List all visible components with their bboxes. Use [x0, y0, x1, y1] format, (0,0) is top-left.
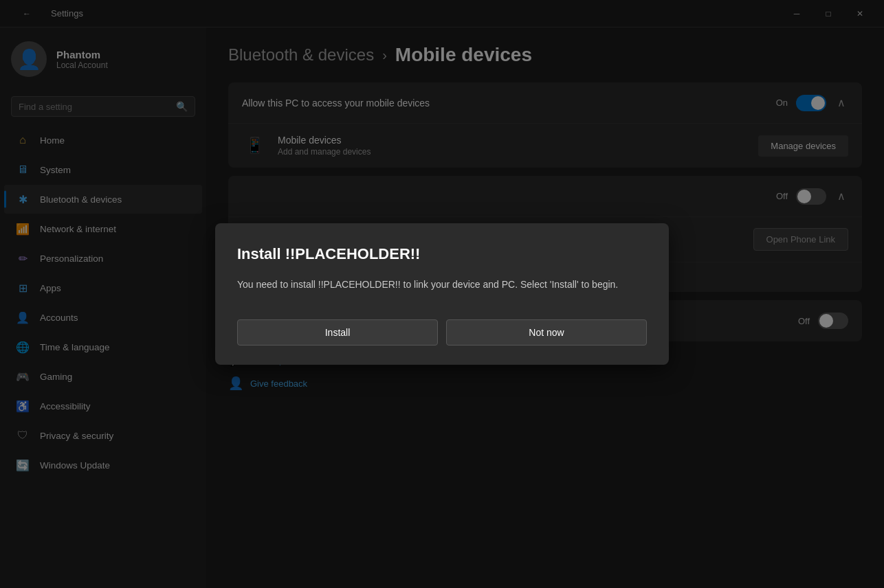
- not-now-button[interactable]: Not now: [446, 319, 647, 346]
- modal-buttons: Install Not now: [237, 319, 647, 346]
- modal-title: Install !!PLACEHOLDER!!: [237, 245, 647, 263]
- install-button[interactable]: Install: [237, 319, 438, 346]
- modal-body: You need to install !!PLACEHOLDER!! to l…: [237, 277, 647, 292]
- modal-overlay: Install !!PLACEHOLDER!! You need to inst…: [0, 0, 884, 588]
- install-modal: Install !!PLACEHOLDER!! You need to inst…: [215, 223, 669, 365]
